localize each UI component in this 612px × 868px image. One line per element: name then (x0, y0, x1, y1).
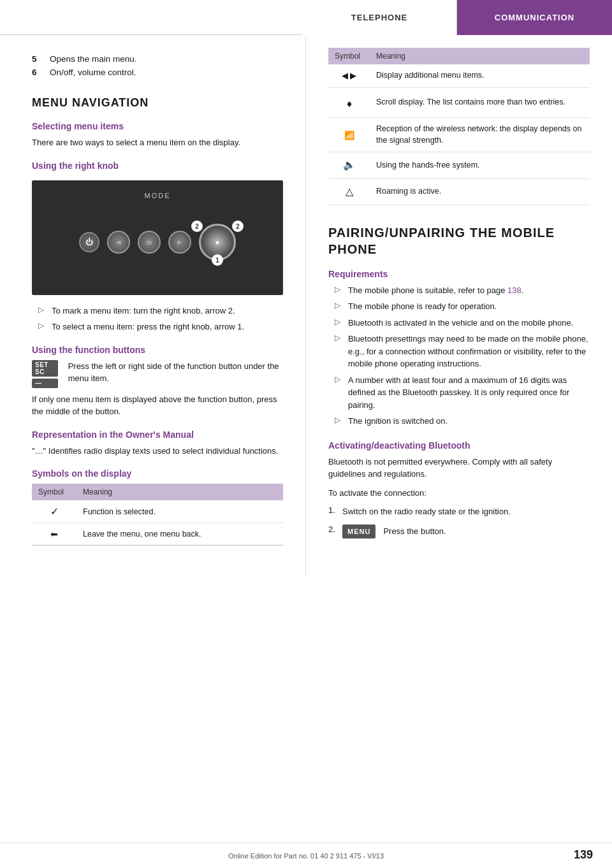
activating-title: Activating/deactivating Bluetooth (328, 440, 590, 451)
ctrl-btn-power: ⏻ (79, 232, 99, 252)
step-text-1: Switch on the radio ready state or the i… (342, 505, 511, 518)
knob-badge-2-left: 2 (191, 221, 203, 232)
selecting-title: Selecting menu items (32, 121, 283, 131)
tab-telephone[interactable]: TELEPHONE (302, 0, 457, 35)
knob-badge-2-right: 2 (232, 221, 244, 232)
table-row: 📶 Reception of the wireless network: the… (328, 118, 590, 152)
bullet-arrow-icon: ▷ (335, 301, 345, 313)
page-body: 5 Opens the main menu. 6 On/off, volume … (0, 35, 612, 576)
tab-communication-label: COMMUNICATION (495, 13, 574, 22)
bullet-item: ▷ Bluetooth presettings may need to be m… (328, 333, 590, 370)
ctrl-btn-m: m (138, 231, 161, 254)
func-btn-icon-set-sc: SET SC (32, 360, 58, 377)
pairing-title: PAIRING/UNPAIRING THE MOBILE PHONE (328, 224, 590, 257)
bullet-text: The mobile phone is suitable, refer to p… (348, 284, 523, 297)
ctrl-btn-right: ► (168, 231, 191, 254)
rsym-symbol: 🔈 (328, 152, 370, 178)
bullet-item: ▷ A number with at least four and a maxi… (328, 374, 590, 412)
item-num-5: 5 (32, 54, 45, 64)
symbols-table: Symbol Meaning ✓ Function is selected. ⬅… (32, 484, 283, 546)
repr-text: "…" Identifies radio display texts used … (32, 445, 283, 458)
bullet-arrow-icon: ▷ (335, 285, 345, 297)
rsym-meaning: Display additional menu items. (370, 64, 590, 88)
bullet-item: ▷ To mark a menu item: turn the right kn… (32, 305, 283, 317)
bullet-text: To select a menu item: press the right k… (52, 321, 244, 333)
menu-nav-title: MENU NAVIGATION (32, 96, 283, 110)
bullet-text: The ignition is switched on. (348, 415, 448, 428)
rsym-meaning: Roaming is active. (370, 178, 590, 205)
mode-label: MODE (145, 192, 171, 199)
selecting-text: There are two ways to select a menu item… (32, 136, 283, 149)
table-row: ✓ Function is selected. (32, 500, 283, 523)
step-text-2-label: Press the button. (383, 525, 446, 538)
right-symbols-table: Symbol Meaning ◀ ▶ Display additional me… (328, 48, 590, 205)
table-row: ⬧ Scroll display. The list contains more… (328, 88, 590, 118)
table-row: ⬅ Leave the menu, one menu back. (32, 523, 283, 546)
repr-title: Representation in the Owner's Manual (32, 430, 283, 440)
func-btn-title: Using the function buttons (32, 345, 283, 355)
step-num-1: 1. (328, 505, 342, 518)
bullet-arrow-icon: ▷ (335, 375, 345, 412)
rsym-meaning: Scroll display. The list contains more t… (370, 88, 590, 118)
step-1: 1. Switch on the radio ready state or th… (328, 505, 590, 518)
list-item: 6 On/off, volume control. (32, 68, 283, 77)
bullet-item: ▷ The mobile phone is suitable, refer to… (328, 284, 590, 297)
func-btn-row: SET SC — Press the left or right side of… (32, 360, 283, 388)
table-row: 🔈 Using the hands-free system. (328, 152, 590, 178)
control-panel-image: MODE ⏻ ◄ m ► (32, 180, 283, 295)
bullet-text: To mark a menu item: turn the right knob… (52, 305, 235, 317)
bullet-item: ▷ Bluetooth is activated in the vehicle … (328, 317, 590, 329)
activating-text2: To activate the connection: (328, 487, 590, 500)
tab-telephone-label: TELEPHONE (351, 13, 407, 22)
sym-symbol: ⬅ (32, 523, 76, 546)
bullet-text: A number with at least four and a maximu… (348, 374, 590, 412)
bullet-arrow-icon: ▷ (335, 416, 345, 428)
bullet-item: ▷ To select a menu item: press the right… (32, 321, 283, 333)
knob-badge-1: 1 (212, 254, 223, 266)
rsym-col1-header: Symbol (328, 48, 370, 64)
footer-text: Online Edition for Part no. 01 40 2 911 … (228, 852, 384, 860)
table-row: △ Roaming is active. (328, 178, 590, 205)
func-btn-text2: If only one menu item is displayed above… (32, 393, 283, 418)
left-column: 5 Opens the main menu. 6 On/off, volume … (0, 35, 306, 576)
sym-col1-header: Symbol (32, 484, 76, 500)
rsym-symbol: ◀ ▶ (328, 64, 370, 88)
sym-symbol: ✓ (32, 500, 76, 523)
item-text-5: Opens the main menu. (50, 54, 137, 64)
requirements-list: ▷ The mobile phone is suitable, refer to… (328, 284, 590, 428)
ctrl-btn-left: ◄ (107, 231, 130, 254)
rsym-symbol: 📶 (328, 118, 370, 152)
rsym-symbol: ⬧ (328, 88, 370, 118)
tab-communication[interactable]: COMMUNICATION (457, 0, 612, 35)
right-column: Symbol Meaning ◀ ▶ Display additional me… (306, 35, 612, 576)
list-item: 5 Opens the main menu. (32, 54, 283, 64)
header-tabs: TELEPHONE COMMUNICATION (0, 0, 612, 35)
item-list: 5 Opens the main menu. 6 On/off, volume … (32, 54, 283, 77)
bullet-arrow-icon: ▷ (38, 321, 48, 333)
step-text-2: MENU Press the button. (342, 524, 446, 539)
rsym-symbol: △ (328, 178, 370, 205)
bullet-text: The mobile phone is ready for operation. (348, 300, 497, 313)
symbols-title: Symbols on the display (32, 468, 283, 479)
func-btn-icon-dash: — (32, 379, 58, 388)
page-link-138: 138 (507, 286, 521, 295)
sym-meaning: Leave the menu, one menu back. (76, 523, 283, 546)
func-btn-icons: SET SC — (32, 360, 62, 388)
item-num-6: 6 (32, 68, 45, 77)
footer: Online Edition for Part no. 01 40 2 911 … (0, 843, 612, 868)
sym-col2-header: Meaning (76, 484, 283, 500)
table-row: ◀ ▶ Display additional menu items. (328, 64, 590, 88)
steps-list: 1. Switch on the radio ready state or th… (328, 505, 590, 539)
bullet-arrow-icon: ▷ (335, 317, 345, 329)
bullet-item: ▷ The ignition is switched on. (328, 415, 590, 428)
bullet-text: Bluetooth presettings may need to be mad… (348, 333, 590, 370)
activating-text1: Bluetooth is not permitted everywhere. C… (328, 456, 590, 481)
right-knob-title: Using the right knob (32, 161, 283, 171)
bullet-arrow-icon: ▷ (38, 305, 48, 317)
step-num-2: 2. (328, 524, 342, 539)
rsym-meaning: Using the hands-free system. (370, 152, 590, 178)
item-text-6: On/off, volume control. (50, 68, 136, 77)
func-btn-text: Press the left or right side of the func… (68, 360, 283, 385)
requirements-title: Requirements (328, 269, 590, 279)
step-2: 2. MENU Press the button. (328, 524, 590, 539)
